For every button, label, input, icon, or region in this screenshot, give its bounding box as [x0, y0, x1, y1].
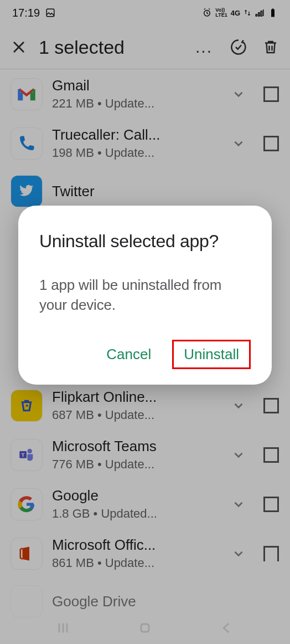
alarm-icon	[202, 8, 212, 18]
list-item[interactable]: Gmail 221 MB • Update...	[0, 69, 290, 119]
chevron-down-icon[interactable]	[231, 87, 246, 101]
uninstall-button[interactable]: Uninstall	[178, 343, 245, 366]
app-name: Flipkart Online...	[52, 389, 221, 406]
list-item[interactable]: Truecaller: Call... 198 MB • Update...	[0, 119, 290, 168]
list-item[interactable]: T Microsoft Teams 776 MB • Update...	[0, 430, 290, 479]
svg-rect-2	[271, 9, 275, 17]
office-icon	[11, 538, 42, 569]
svg-rect-7	[141, 624, 149, 632]
app-name: Google Drive	[52, 593, 279, 610]
google-icon	[11, 489, 42, 520]
checkbox[interactable]	[263, 398, 279, 413]
app-name: Truecaller: Call...	[52, 126, 221, 144]
app-name: Twitter	[52, 183, 279, 200]
chevron-down-icon[interactable]	[231, 136, 246, 151]
app-sub: 776 MB • Update...	[52, 457, 221, 472]
dialog-body: 1 app will be uninstalled from your devi…	[39, 275, 251, 315]
chevron-down-icon[interactable]	[231, 398, 246, 413]
list-item[interactable]: Google 1.8 GB • Updated...	[0, 479, 290, 529]
teams-icon: T	[11, 439, 42, 471]
status-bar: 17:19 Vo)) LTE1 4G	[0, 0, 290, 25]
app-sub: 221 MB • Update...	[52, 96, 221, 111]
truecaller-icon	[11, 128, 42, 159]
gmail-icon	[11, 79, 42, 110]
volte-label: Vo)) LTE1	[215, 8, 227, 18]
app-name: Gmail	[52, 77, 221, 94]
checkbox[interactable]	[263, 447, 279, 463]
svg-rect-3	[272, 9, 274, 10]
battery-icon	[268, 8, 278, 18]
highlight-box: Uninstall	[172, 340, 251, 369]
app-name: Microsoft Teams	[52, 438, 221, 455]
header-title: 1 selected	[39, 37, 183, 58]
picture-icon	[45, 8, 55, 18]
recents-icon[interactable]	[55, 620, 71, 636]
android-nav-bar	[0, 612, 290, 644]
close-icon[interactable]	[11, 39, 27, 55]
chevron-down-icon[interactable]	[231, 448, 246, 462]
trash-icon[interactable]	[262, 39, 279, 55]
app-sub: 198 MB • Update...	[52, 146, 221, 160]
checkbox[interactable]	[263, 86, 279, 102]
signal-icon	[255, 8, 265, 18]
cancel-button[interactable]: Cancel	[101, 343, 157, 366]
uninstall-dialog: Uninstall selected app? 1 app will be un…	[18, 206, 272, 385]
list-item[interactable]: Microsoft Offic... 861 MB • Update...	[0, 529, 290, 578]
app-sub: 687 MB • Update...	[52, 408, 221, 422]
data-arrows-icon	[244, 9, 251, 17]
checkbox[interactable]	[263, 546, 279, 561]
app-sub: 861 MB • Update...	[52, 556, 221, 570]
svg-rect-0	[46, 9, 54, 17]
twitter-icon	[11, 176, 42, 207]
checkbox[interactable]	[263, 497, 279, 512]
back-icon[interactable]	[219, 620, 235, 636]
checkbox[interactable]	[263, 136, 279, 151]
chevron-down-icon[interactable]	[231, 546, 246, 561]
status-time: 17:19	[12, 7, 40, 19]
selection-header: 1 selected ...	[0, 25, 290, 69]
select-all-icon[interactable]	[230, 39, 247, 55]
overflow-icon[interactable]: ...	[195, 38, 213, 57]
chevron-down-icon[interactable]	[231, 497, 246, 512]
app-sub: 1.8 GB • Updated...	[52, 507, 221, 521]
list-item[interactable]: Flipkart Online... 687 MB • Update...	[0, 381, 290, 430]
app-name: Google	[52, 487, 221, 504]
dialog-title: Uninstall selected app?	[39, 229, 251, 254]
home-icon[interactable]	[137, 620, 153, 636]
app-name: Microsoft Offic...	[52, 536, 221, 554]
flipkart-icon	[11, 390, 42, 421]
network-4g: 4G	[231, 9, 240, 17]
svg-text:T: T	[22, 451, 25, 457]
svg-point-6	[27, 448, 32, 453]
